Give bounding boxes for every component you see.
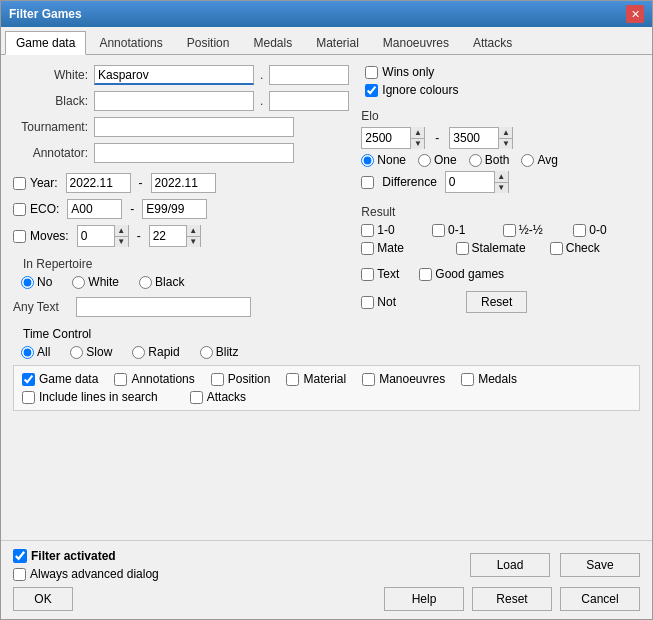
difference-spin: ▲ ▼ bbox=[494, 171, 508, 193]
good-games-checkbox[interactable] bbox=[419, 268, 432, 281]
tab-position[interactable]: Position bbox=[176, 31, 241, 54]
black-extra-input[interactable] bbox=[269, 91, 349, 111]
always-advanced-label: Always advanced dialog bbox=[30, 567, 159, 581]
annotations-checkbox[interactable] bbox=[114, 373, 127, 386]
include-lines-checkbox[interactable] bbox=[22, 391, 35, 404]
elo-both-radio[interactable] bbox=[469, 154, 482, 167]
tournament-field-row: Tournament: bbox=[13, 117, 349, 137]
ok-button[interactable]: OK bbox=[13, 587, 73, 611]
text-checkbox[interactable] bbox=[361, 268, 374, 281]
manoeuvres-checkbox[interactable] bbox=[362, 373, 375, 386]
not-reset-button[interactable]: Reset bbox=[466, 291, 527, 313]
result-0-0-checkbox[interactable] bbox=[573, 224, 586, 237]
tc-all-radio[interactable] bbox=[21, 346, 34, 359]
difference-up[interactable]: ▲ bbox=[495, 171, 508, 183]
year-checkbox[interactable] bbox=[13, 177, 26, 190]
white-input[interactable] bbox=[94, 65, 254, 85]
moves-from-input[interactable] bbox=[78, 226, 114, 246]
elo-to-down[interactable]: ▼ bbox=[499, 139, 512, 150]
moves-to-input[interactable] bbox=[150, 226, 186, 246]
white-extra-input[interactable] bbox=[269, 65, 349, 85]
result-section: Result 1-0 0-1 ½-½ bbox=[361, 203, 640, 255]
wins-only-checkbox[interactable] bbox=[365, 66, 378, 79]
reset-button[interactable]: Reset bbox=[472, 587, 552, 611]
tab-attacks[interactable]: Attacks bbox=[462, 31, 523, 54]
elo-to-wrap: ▲ ▼ bbox=[449, 127, 513, 149]
position-check-label: Position bbox=[228, 372, 271, 386]
attacks-check-label: Attacks bbox=[207, 390, 246, 404]
result-mate-checkbox[interactable] bbox=[361, 242, 374, 255]
position-checkbox[interactable] bbox=[211, 373, 224, 386]
tab-manoeuvres[interactable]: Manoeuvres bbox=[372, 31, 460, 54]
material-checkbox[interactable] bbox=[286, 373, 299, 386]
any-text-row: Any Text bbox=[13, 297, 349, 317]
moves-to-up[interactable]: ▲ bbox=[187, 225, 200, 237]
moves-checkbox[interactable] bbox=[13, 230, 26, 243]
annotator-input[interactable] bbox=[94, 143, 294, 163]
eco-checkbox[interactable] bbox=[13, 203, 26, 216]
result-label: Result bbox=[361, 205, 640, 219]
tc-blitz-radio[interactable] bbox=[200, 346, 213, 359]
result-0-1-item: 0-1 bbox=[432, 223, 499, 237]
year-to-input[interactable] bbox=[151, 173, 216, 193]
tc-slow-label: Slow bbox=[86, 345, 112, 359]
result-1-0-checkbox[interactable] bbox=[361, 224, 374, 237]
elo-none-radio[interactable] bbox=[361, 154, 374, 167]
tab-game-data[interactable]: Game data bbox=[5, 31, 86, 55]
attacks-checkbox[interactable] bbox=[190, 391, 203, 404]
moves-from-up[interactable]: ▲ bbox=[115, 225, 128, 237]
elo-avg-radio[interactable] bbox=[521, 154, 534, 167]
cancel-button[interactable]: Cancel bbox=[560, 587, 640, 611]
not-item: Not bbox=[361, 295, 396, 309]
moves-to-down[interactable]: ▼ bbox=[187, 237, 200, 248]
save-button[interactable]: Save bbox=[560, 553, 640, 577]
black-input[interactable] bbox=[94, 91, 254, 111]
result-1-0-item: 1-0 bbox=[361, 223, 428, 237]
tournament-input[interactable] bbox=[94, 117, 294, 137]
elo-to-input[interactable] bbox=[450, 128, 498, 148]
elo-to-up[interactable]: ▲ bbox=[499, 127, 512, 139]
result-check-checkbox[interactable] bbox=[550, 242, 563, 255]
result-half-label: ½-½ bbox=[519, 223, 543, 237]
always-advanced-checkbox[interactable] bbox=[13, 568, 26, 581]
difference-checkbox[interactable] bbox=[361, 176, 374, 189]
elo-one-radio[interactable] bbox=[418, 154, 431, 167]
rep-white-radio[interactable] bbox=[72, 276, 85, 289]
help-button[interactable]: Help bbox=[384, 587, 464, 611]
not-label: Not bbox=[377, 295, 396, 309]
medals-checkbox[interactable] bbox=[461, 373, 474, 386]
tc-slow-radio[interactable] bbox=[70, 346, 83, 359]
eco-to-input[interactable] bbox=[142, 199, 207, 219]
result-0-1-checkbox[interactable] bbox=[432, 224, 445, 237]
tab-annotations[interactable]: Annotations bbox=[88, 31, 173, 54]
elo-avg-item: Avg bbox=[521, 153, 557, 167]
elo-from-input[interactable] bbox=[362, 128, 410, 148]
difference-input[interactable] bbox=[446, 172, 494, 192]
ignore-colours-checkbox[interactable] bbox=[365, 84, 378, 97]
filter-activated-checkbox[interactable] bbox=[13, 549, 27, 563]
elo-from-down[interactable]: ▼ bbox=[411, 139, 424, 150]
close-button[interactable]: ✕ bbox=[626, 5, 644, 23]
tc-rapid-radio[interactable] bbox=[132, 346, 145, 359]
difference-down[interactable]: ▼ bbox=[495, 183, 508, 194]
game-data-checkbox[interactable] bbox=[22, 373, 35, 386]
check-row-2: Include lines in search Attacks bbox=[22, 390, 631, 404]
result-stalemate-checkbox[interactable] bbox=[456, 242, 469, 255]
eco-from-input[interactable] bbox=[67, 199, 122, 219]
year-from-input[interactable] bbox=[66, 173, 131, 193]
tc-rapid-item: Rapid bbox=[132, 345, 179, 359]
load-button[interactable]: Load bbox=[470, 553, 550, 577]
any-text-input[interactable] bbox=[76, 297, 251, 317]
rep-no-radio[interactable] bbox=[21, 276, 34, 289]
rep-black-radio[interactable] bbox=[139, 276, 152, 289]
tab-material[interactable]: Material bbox=[305, 31, 370, 54]
result-half-checkbox[interactable] bbox=[503, 224, 516, 237]
tab-medals[interactable]: Medals bbox=[242, 31, 303, 54]
in-repertoire-section: In Repertoire No White Black bbox=[13, 257, 349, 289]
not-checkbox[interactable] bbox=[361, 296, 374, 309]
right-column: Wins only Ignore colours Elo ▲ bbox=[361, 65, 640, 359]
elo-from-up[interactable]: ▲ bbox=[411, 127, 424, 139]
moves-from-down[interactable]: ▼ bbox=[115, 237, 128, 248]
attacks-check-item: Attacks bbox=[190, 390, 246, 404]
black-label: Black: bbox=[13, 94, 88, 108]
